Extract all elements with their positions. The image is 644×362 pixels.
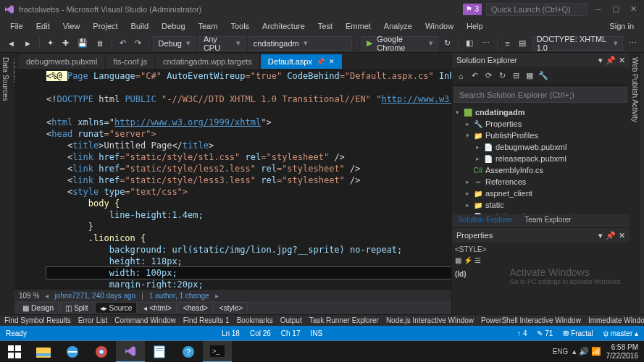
- run-button[interactable]: ▶Google Chrome▾: [361, 36, 438, 51]
- open-button[interactable]: ✚: [59, 36, 72, 51]
- redo-button[interactable]: ↷: [132, 36, 144, 51]
- home-icon[interactable]: ⌂: [455, 70, 467, 82]
- tray-icon[interactable]: ▴ 🔊 📶: [572, 347, 601, 356]
- toolbar-btn[interactable]: ⋯: [479, 36, 493, 51]
- panel-tab[interactable]: PowerShell Interactive Window: [481, 316, 581, 324]
- save-all-button[interactable]: 🗎: [93, 36, 107, 51]
- panel-tab[interactable]: Find Symbol Results: [4, 316, 71, 324]
- solution-search[interactable]: Search Solution Explorer (Ctrl+;): [454, 87, 627, 103]
- nav-back-button[interactable]: ◄: [4, 36, 18, 51]
- menu-architecture[interactable]: Architecture: [256, 20, 311, 32]
- source-button[interactable]: ◂▸ Source: [95, 302, 138, 313]
- tab-team-explorer[interactable]: Team Explorer: [519, 214, 577, 227]
- breadcrumb-html[interactable]: ◂ <html>: [138, 302, 177, 313]
- browser-link-button[interactable]: ↻: [441, 36, 453, 51]
- tab-solution-explorer[interactable]: Solution Explorer: [452, 214, 519, 227]
- panel-tab[interactable]: Find Results 1: [183, 316, 230, 324]
- blame-info[interactable]: johnx7271, 240 days ago: [54, 292, 135, 300]
- tree-item[interactable]: ▸📁aspnet_client: [452, 188, 630, 199]
- tab-debugmweb[interactable]: debugmweb.pubxml: [19, 54, 104, 69]
- menu-file[interactable]: File: [4, 20, 29, 32]
- panel-tab[interactable]: Output: [280, 316, 302, 324]
- menu-emmet[interactable]: Emmet: [340, 20, 377, 32]
- tab-wpp-targets[interactable]: cndatingadm.wpp.targets: [156, 54, 259, 69]
- save-button[interactable]: 💾: [75, 36, 91, 51]
- tab-web-publish[interactable]: Web Publish Activity: [630, 53, 640, 313]
- chevron-down-icon[interactable]: ▾: [598, 231, 603, 240]
- design-button[interactable]: ▦ Design: [17, 302, 59, 313]
- notification-flag[interactable]: ⚑3: [463, 4, 482, 15]
- tab-data-sources[interactable]: Data Sources: [0, 53, 11, 313]
- notepad-icon[interactable]: [145, 341, 174, 363]
- ie-icon[interactable]: [58, 341, 87, 363]
- pin-icon[interactable]: 📌: [317, 58, 325, 65]
- quick-launch[interactable]: Quick Launch (Ctrl+Q): [486, 3, 587, 16]
- close-icon[interactable]: ✕: [619, 231, 625, 240]
- chrome-icon[interactable]: [87, 341, 116, 363]
- sign-in-link[interactable]: Sign in: [603, 20, 640, 32]
- panel-tab[interactable]: Command Window: [114, 316, 175, 324]
- chevron-down-icon[interactable]: ▾: [598, 56, 603, 65]
- close-icon[interactable]: ✕: [329, 58, 335, 65]
- menu-analyze[interactable]: Analyze: [378, 20, 418, 32]
- pin-icon[interactable]: 📌: [606, 231, 616, 240]
- maximize-button[interactable]: ▢: [609, 3, 622, 16]
- tree-item[interactable]: ▾📁PublishProfiles: [452, 130, 630, 141]
- menu-window[interactable]: Window: [419, 20, 459, 32]
- tree-item[interactable]: ▸🔧Properties: [452, 118, 630, 130]
- code-editor[interactable]: <%@ Page Language="C#" AutoEventWireup="…: [14, 69, 451, 289]
- panel-tab[interactable]: Task Runner Explorer: [309, 316, 379, 324]
- breadcrumb-head[interactable]: <head>: [178, 302, 213, 313]
- breadcrumb-style[interactable]: <style>: [214, 302, 248, 313]
- back-icon[interactable]: ↶: [469, 70, 480, 82]
- split-button[interactable]: ◫ Split: [60, 302, 93, 313]
- toolbar-btn[interactable]: ▤: [516, 36, 529, 51]
- undo-button[interactable]: ↶: [117, 36, 129, 51]
- menu-test[interactable]: Test: [312, 20, 338, 32]
- new-project-button[interactable]: ✦: [44, 36, 57, 51]
- configuration-dropdown[interactable]: Debug▾: [153, 36, 195, 51]
- help-icon[interactable]: ?: [174, 341, 203, 363]
- toolbar-btn[interactable]: ◧: [463, 36, 476, 51]
- tree-root[interactable]: cndatingadm: [475, 108, 524, 117]
- menu-build[interactable]: Build: [125, 20, 154, 32]
- panel-tab[interactable]: Node.js Interactive Window: [386, 316, 474, 324]
- pending-up[interactable]: ↑ 4: [517, 329, 527, 337]
- menu-team[interactable]: Team: [193, 20, 224, 32]
- panel-tab[interactable]: Bookmarks: [237, 316, 273, 324]
- clock[interactable]: 6:58 PM7/22/2016: [606, 343, 645, 361]
- changes-info[interactable]: 1 author, 1 change: [149, 292, 209, 300]
- tab-default-aspx[interactable]: Default.aspx📌✕: [261, 54, 342, 69]
- tab-fisconf[interactable]: fis-conf.js: [106, 54, 154, 69]
- startup-project-dropdown[interactable]: cndatingadm▾: [248, 36, 353, 51]
- repo-name[interactable]: ⛃ Fractal: [563, 329, 593, 337]
- nav-fwd-button[interactable]: ►: [21, 36, 35, 51]
- pending-down[interactable]: ✎ 71: [537, 329, 553, 337]
- tree-item[interactable]: ▸▫▫References: [452, 176, 630, 188]
- branch-name[interactable]: ψ master ▴: [603, 329, 638, 337]
- tree-item[interactable]: ▸📄releasepack.pubxml: [452, 153, 630, 164]
- menu-view[interactable]: View: [57, 20, 86, 32]
- refresh-icon[interactable]: ↻: [496, 70, 508, 82]
- collapse-icon[interactable]: ⊟: [510, 70, 522, 82]
- solution-tree[interactable]: ▾🟩cndatingadm ▸🔧Properties▾📁PublishProfi…: [452, 105, 630, 214]
- pin-icon[interactable]: 📌: [606, 56, 616, 65]
- panel-tab[interactable]: Immediate Window: [588, 316, 644, 324]
- show-all-icon[interactable]: ▦: [524, 70, 535, 82]
- menu-edit[interactable]: Edit: [30, 20, 56, 32]
- toolbar-btn[interactable]: ⋯: [626, 36, 640, 51]
- sync-icon[interactable]: ⟳: [482, 70, 494, 82]
- vs-taskbar-icon[interactable]: [116, 341, 145, 363]
- tree-item[interactable]: ▸📁static: [452, 199, 630, 211]
- zoom-level[interactable]: 109 %: [19, 292, 39, 300]
- close-button[interactable]: ✕: [627, 3, 640, 16]
- explorer-icon[interactable]: [29, 341, 58, 363]
- doctype-dropdown[interactable]: DOCTYPE: XHTML 1.0▾: [532, 36, 623, 51]
- cmd-icon[interactable]: >_: [203, 341, 232, 363]
- platform-dropdown[interactable]: Any CPU▾: [198, 36, 246, 51]
- menu-project[interactable]: Project: [87, 20, 123, 32]
- toolbar-btn[interactable]: ≡: [502, 36, 512, 51]
- menu-tools[interactable]: Tools: [225, 20, 255, 32]
- start-button[interactable]: [0, 341, 29, 363]
- menu-help[interactable]: Help: [461, 20, 489, 32]
